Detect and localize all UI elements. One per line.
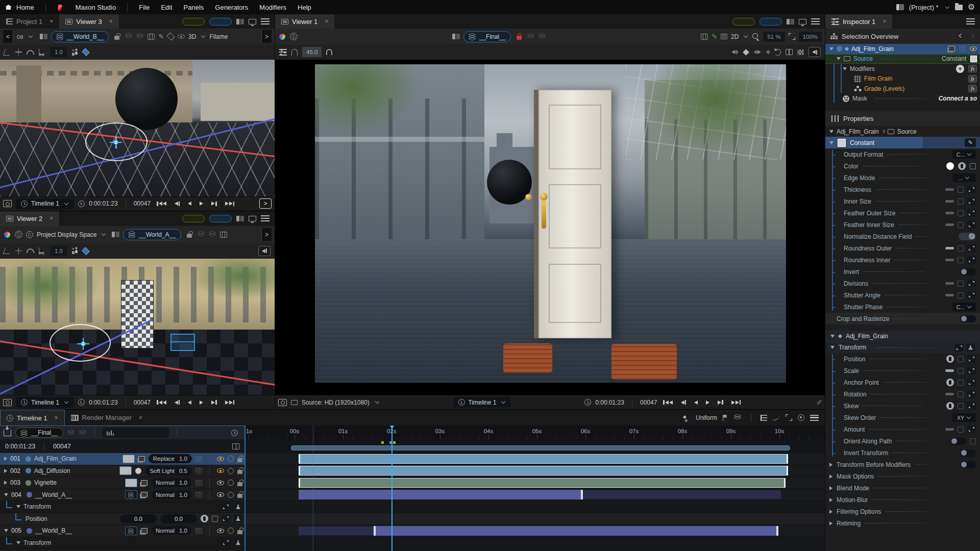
expression-button[interactable]	[967, 244, 976, 252]
chevron-down-icon[interactable]	[945, 4, 949, 8]
magnet-icon[interactable]	[326, 49, 332, 55]
play-backward-button[interactable]	[188, 202, 191, 206]
visibility-toggle[interactable]	[217, 457, 224, 461]
viewer1-layer-field[interactable]: __Final__	[463, 31, 511, 42]
transform-section-header[interactable]: Adj_Film_Grain	[825, 331, 980, 342]
visibility-toggle[interactable]	[970, 46, 977, 51]
keyframe-box[interactable]	[958, 368, 964, 374]
prev-frame-button[interactable]	[175, 202, 180, 206]
expression-button[interactable]	[967, 256, 976, 264]
project-name[interactable]: (Project) *	[909, 4, 939, 11]
timeline-ruler[interactable]: 1s00s01s02s03s04s05s06s07s08s09s10s	[246, 425, 825, 439]
keyframe-box[interactable]	[958, 427, 964, 433]
arch-icon[interactable]	[291, 49, 298, 56]
zoom-level-field[interactable]: 51 %	[763, 32, 785, 42]
menu-item[interactable]: Help	[292, 4, 317, 11]
tab-viewer-1[interactable]: Viewer 1×	[275, 14, 334, 29]
layer-thumbnail[interactable]	[125, 527, 137, 535]
play-forward-button[interactable]	[706, 400, 709, 405]
lane-transform-b[interactable]	[246, 537, 825, 549]
reference-person-icon[interactable]	[71, 49, 78, 56]
lock-toggle[interactable]	[237, 482, 242, 486]
caret-icon[interactable]	[837, 57, 841, 60]
monitor-icon[interactable]	[799, 19, 806, 24]
fullscreen-icon[interactable]	[786, 414, 792, 421]
slider-controls[interactable]	[945, 367, 976, 374]
viewer3-frame[interactable]: 00047	[134, 200, 151, 207]
compare-icon[interactable]	[452, 34, 460, 39]
property-row[interactable]: Shutter Angle	[825, 289, 980, 301]
channel-pill-a[interactable]	[182, 215, 205, 222]
blend-mode-select[interactable]: Normal1.0	[151, 478, 192, 487]
close-icon[interactable]: ×	[139, 414, 142, 421]
motion-blur-icon[interactable]	[195, 480, 202, 486]
layer-up-icon[interactable]	[67, 430, 75, 436]
snap-value-field[interactable]: 1.0	[51, 246, 67, 256]
keyframe-marker[interactable]	[381, 441, 384, 444]
slider[interactable]	[945, 294, 954, 296]
property-row[interactable]: Skew Order XY	[825, 412, 980, 423]
preview-icon[interactable]	[3, 200, 12, 207]
motion-blur-icon[interactable]	[959, 46, 966, 52]
viewer1-timeline-select[interactable]: Timeline 1	[453, 397, 511, 408]
lock-toggle[interactable]	[237, 494, 242, 498]
expression-button[interactable]	[967, 355, 976, 363]
motion-blur-icon[interactable]	[195, 528, 202, 534]
transform-subheader[interactable]: Transform	[825, 342, 980, 353]
dropdown[interactable]: XY	[952, 413, 976, 422]
clip-bar[interactable]	[299, 490, 583, 499]
snap-value-field[interactable]: 1.0	[51, 47, 67, 57]
angle-snap-icon[interactable]	[3, 247, 12, 254]
menu-item[interactable]: Edit	[155, 4, 178, 11]
blend-mode-select[interactable]: Replace1.0	[149, 454, 192, 463]
keyframe-strip[interactable]	[246, 439, 825, 453]
play-backward-button[interactable]	[188, 400, 191, 405]
layer-row-vignette[interactable]: 003 Vignette Normal1.0	[0, 477, 244, 489]
slider-controls[interactable]	[945, 221, 976, 229]
experiment-button[interactable]	[966, 344, 975, 352]
position-widget-icon[interactable]	[946, 355, 954, 363]
clip-bar[interactable]	[374, 526, 778, 536]
expression-button[interactable]	[967, 291, 976, 299]
layer-row-world-b[interactable]: 005 __World_B__ Normal1.0	[0, 525, 244, 537]
viewer3-viewport[interactable]	[0, 60, 275, 196]
property-row[interactable]: Transform Before Modifiers	[825, 459, 980, 470]
position-y-field[interactable]: 0.0	[160, 514, 197, 523]
next-frame-button[interactable]	[211, 400, 217, 405]
lock-icon[interactable]	[185, 230, 194, 239]
expression-button[interactable]	[222, 539, 230, 546]
viewer1-viewport[interactable]	[275, 60, 825, 395]
expression-button[interactable]	[967, 425, 976, 433]
property-row[interactable]: Shutter Phase C...	[825, 301, 980, 313]
lane-vignette[interactable]	[246, 477, 825, 489]
clock-icon[interactable]	[231, 430, 238, 436]
color-wheel-icon[interactable]	[278, 33, 286, 41]
viewer2-timecode[interactable]: 0:00:01:23	[89, 399, 118, 406]
frame-icon[interactable]	[220, 232, 227, 238]
vector-controls[interactable]	[946, 402, 976, 410]
compare-icon[interactable]	[40, 34, 47, 39]
playhead[interactable]	[391, 425, 393, 551]
fx-toggle[interactable]: fx	[968, 75, 977, 83]
property-row[interactable]: Blend Mode	[825, 482, 980, 494]
constant-swatch[interactable]	[838, 139, 846, 147]
protractor-icon[interactable]	[27, 50, 34, 55]
layer-down-icon[interactable]	[136, 33, 144, 40]
menu-item[interactable]: Generators	[209, 4, 254, 11]
keyframe-box[interactable]	[958, 198, 964, 205]
reference-person-icon[interactable]	[71, 247, 78, 254]
channel-pill-b[interactable]	[209, 18, 232, 26]
slider[interactable]	[945, 259, 954, 261]
caret-icon[interactable]	[4, 529, 8, 532]
expression-button[interactable]	[967, 221, 976, 229]
caret-icon[interactable]	[830, 346, 835, 349]
toolbar-overflow-button[interactable]: >	[261, 30, 272, 43]
transform-group-row[interactable]: Transform	[0, 501, 244, 513]
frame-icon[interactable]	[701, 34, 708, 40]
layer-row-world-a[interactable]: 004 __World_A__ Normal1.0	[0, 489, 244, 502]
keyframe-box[interactable]	[958, 380, 964, 386]
lock-toggle[interactable]	[237, 470, 242, 474]
expression-button[interactable]	[967, 186, 976, 193]
pivot-icon[interactable]	[15, 247, 22, 254]
cube-icon[interactable]	[167, 32, 175, 40]
